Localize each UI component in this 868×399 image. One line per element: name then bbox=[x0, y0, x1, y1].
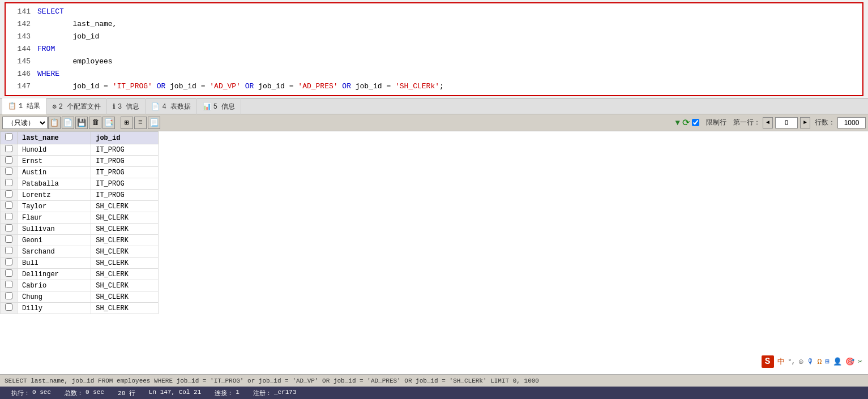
results-toolbar: （只读） 📋 📄 💾 🗑 📑 ⊞ ≡ 📃 ▼ ⟳ 限制行 第一行： ◄ ► 行数… bbox=[0, 114, 868, 131]
row-checkbox[interactable] bbox=[1, 224, 18, 235]
cell-job_id: IT_PROG bbox=[91, 190, 159, 201]
tab-tab4[interactable]: 📄4 表数据 bbox=[146, 98, 196, 114]
limit-checkbox[interactable] bbox=[692, 119, 699, 126]
line-content: FROM bbox=[37, 43, 55, 55]
select-all-checkbox[interactable] bbox=[5, 133, 12, 140]
total-stat: 总数： 0 sec bbox=[65, 389, 104, 397]
column-header-last_name: last_name bbox=[18, 132, 91, 144]
line-number: 141 bbox=[10, 6, 31, 18]
str-token: 'AD_VP' bbox=[209, 82, 241, 91]
table-row: SarchandSH_CLERK bbox=[1, 246, 159, 258]
header-checkbox bbox=[1, 132, 18, 144]
plain-token bbox=[152, 82, 157, 91]
row-select-checkbox[interactable] bbox=[5, 269, 12, 277]
row-checkbox[interactable] bbox=[1, 178, 18, 190]
code-line-142: 142 last_name, bbox=[6, 18, 862, 31]
row-select-checkbox[interactable] bbox=[5, 258, 12, 265]
save-btn[interactable]: 💾 bbox=[75, 117, 88, 129]
row-checkbox[interactable] bbox=[1, 269, 18, 280]
row-select-checkbox[interactable] bbox=[5, 213, 12, 220]
first-row-input[interactable] bbox=[775, 117, 798, 128]
row-select-checkbox[interactable] bbox=[5, 235, 12, 243]
row-checkbox[interactable] bbox=[1, 167, 18, 178]
cell-job_id: SH_CLERK bbox=[91, 280, 159, 291]
row-checkbox[interactable] bbox=[1, 258, 18, 269]
tab-tab1[interactable]: 📋1 结果 bbox=[2, 98, 46, 114]
row-checkbox[interactable] bbox=[1, 144, 18, 156]
cell-job_id: IT_PROG bbox=[91, 144, 159, 156]
rows-stat: 28 行 bbox=[118, 389, 135, 397]
row-checkbox[interactable] bbox=[1, 246, 18, 258]
sql-editor[interactable]: 141SELECT142 last_name,143 job_id144FROM… bbox=[5, 2, 863, 96]
tab-tab5[interactable]: 📊5 信息 bbox=[197, 98, 241, 114]
exec-value: 0 sec bbox=[32, 389, 51, 397]
tab-label: 2 个配置文件 bbox=[59, 102, 101, 111]
cell-last_name: Sarchand bbox=[18, 246, 91, 258]
refresh-icon[interactable]: ⟳ bbox=[682, 117, 690, 128]
kw-token: OR bbox=[157, 82, 166, 91]
row-checkbox[interactable] bbox=[1, 156, 18, 167]
logo-scissors: ✂ bbox=[858, 357, 862, 366]
logo-area: S 中 °, ☺ 🎙 Ω ⊞ 👤 🎯 ✂ bbox=[762, 355, 862, 368]
row-checkbox[interactable] bbox=[1, 212, 18, 224]
tab-label: 4 表数据 bbox=[162, 102, 190, 111]
cell-job_id: SH_CLERK bbox=[91, 258, 159, 269]
cell-job_id: SH_CLERK bbox=[91, 291, 159, 303]
row-checkbox[interactable] bbox=[1, 291, 18, 303]
prev-page-btn[interactable]: ◄ bbox=[763, 117, 773, 128]
row-select-checkbox[interactable] bbox=[5, 281, 12, 288]
status-bar: SELECT last_name, job_id FROM employees … bbox=[0, 374, 868, 387]
limit-label: 限制行 bbox=[706, 118, 726, 127]
line-number: 143 bbox=[10, 31, 31, 43]
paste-btn[interactable]: 📄 bbox=[62, 117, 74, 129]
conn-stat: 连接： 1 bbox=[215, 389, 240, 397]
row-select-checkbox[interactable] bbox=[5, 156, 12, 164]
row-select-checkbox[interactable] bbox=[5, 190, 12, 198]
line-number: 147 bbox=[10, 80, 31, 93]
line-content: last_name, bbox=[37, 18, 117, 31]
logo-user: 👤 bbox=[833, 357, 842, 366]
row-checkbox[interactable] bbox=[1, 303, 18, 314]
cell-job_id: SH_CLERK bbox=[91, 212, 159, 224]
text-view-btn[interactable]: 📃 bbox=[148, 117, 160, 129]
more-btn[interactable]: 📑 bbox=[102, 117, 115, 129]
grid-view-btn[interactable]: ⊞ bbox=[121, 117, 133, 129]
table-row: TaylorSH_CLERK bbox=[1, 201, 159, 212]
row-select-checkbox[interactable] bbox=[5, 303, 12, 311]
code-line-145: 145 employees bbox=[6, 55, 862, 68]
copy-btn[interactable]: 📋 bbox=[48, 117, 61, 129]
row-checkbox[interactable] bbox=[1, 190, 18, 201]
logo-omega: Ω bbox=[818, 358, 822, 366]
table-row: FlaurSH_CLERK bbox=[1, 212, 159, 224]
row-view-btn[interactable]: ≡ bbox=[134, 117, 147, 129]
row-select-checkbox[interactable] bbox=[5, 145, 12, 152]
row-select-checkbox[interactable] bbox=[5, 168, 12, 175]
line-content: job_id bbox=[37, 31, 99, 43]
line-content: SELECT bbox=[37, 6, 64, 18]
mode-select[interactable]: （只读） bbox=[2, 117, 48, 129]
logo-icons: 中 bbox=[777, 357, 785, 367]
row-select-checkbox[interactable] bbox=[5, 292, 12, 299]
row-checkbox[interactable] bbox=[1, 235, 18, 246]
rows-input[interactable] bbox=[837, 117, 866, 128]
delete-btn[interactable]: 🗑 bbox=[89, 117, 101, 129]
kw-token: OR bbox=[245, 82, 254, 91]
row-select-checkbox[interactable] bbox=[5, 224, 12, 231]
cell-last_name: Hunold bbox=[18, 144, 91, 156]
table-row: ChungSH_CLERK bbox=[1, 291, 159, 303]
tab-tab3[interactable]: ℹ3 信息 bbox=[107, 98, 146, 114]
tab-icon: 📋 bbox=[8, 102, 16, 110]
tab-icon: ℹ bbox=[113, 102, 116, 111]
logo-dot: °, bbox=[788, 358, 796, 365]
line-content: employees bbox=[37, 55, 113, 68]
row-checkbox[interactable] bbox=[1, 201, 18, 212]
logo-grid: ⊞ bbox=[825, 357, 829, 366]
row-select-checkbox[interactable] bbox=[5, 201, 12, 209]
row-select-checkbox[interactable] bbox=[5, 247, 12, 254]
next-page-btn[interactable]: ► bbox=[800, 117, 810, 128]
status-sql: SELECT last_name, job_id FROM employees … bbox=[5, 377, 863, 384]
row-select-checkbox[interactable] bbox=[5, 179, 12, 186]
code-line-143: 143 job_id bbox=[6, 31, 862, 43]
row-checkbox[interactable] bbox=[1, 280, 18, 291]
tab-tab2[interactable]: ⚙2 个配置文件 bbox=[46, 98, 107, 114]
